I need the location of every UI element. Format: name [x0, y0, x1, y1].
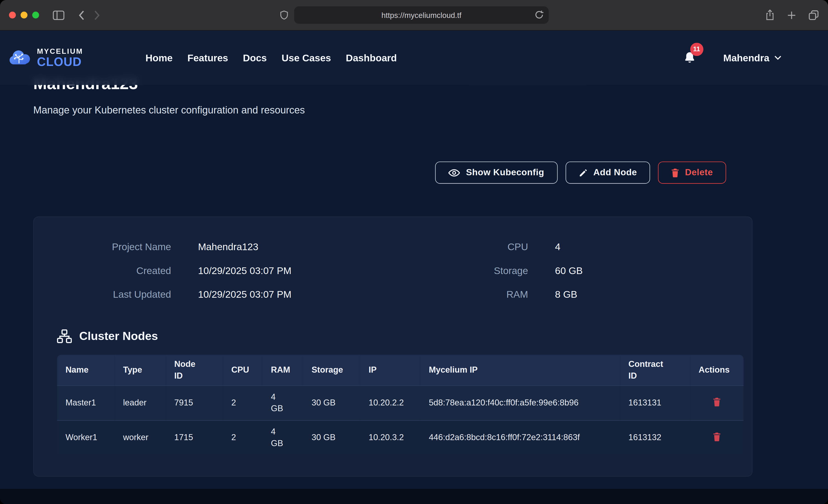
address-bar[interactable]: https://myceliumcloud.tf — [294, 6, 549, 24]
ram-label: RAM — [393, 289, 528, 300]
zoom-window-button[interactable] — [32, 12, 39, 18]
nav-item-use-cases[interactable]: Use Cases — [282, 52, 331, 64]
detail-row-ram: RAM 8 GB — [393, 282, 729, 306]
logo-line2: CLOUD — [37, 56, 83, 68]
sidebar-toggle-icon[interactable] — [53, 10, 65, 20]
trash-icon — [671, 168, 679, 177]
tab-overview-icon[interactable] — [808, 9, 820, 21]
reload-icon[interactable] — [534, 10, 544, 19]
cell-contract-id: 1613131 — [620, 386, 690, 420]
col-ram: RAM — [262, 355, 303, 385]
url-text[interactable]: https://myceliumcloud.tf — [381, 11, 461, 19]
delete-node-button[interactable] — [713, 397, 721, 406]
show-kubeconfig-label: Show Kubeconfig — [466, 167, 544, 178]
page-subtitle: Manage your Kubernetes cluster configura… — [33, 103, 795, 117]
details-left-column: Project Name Mahendra123 Created 10/29/2… — [57, 235, 393, 306]
storage-label: Storage — [393, 265, 528, 276]
cell-mycelium-ip: 5d8:78ea:a120:f40c:ff0f:a5fe:99e6:8b96 — [420, 386, 620, 420]
share-icon[interactable] — [764, 9, 775, 21]
cluster-actions: Show Kubeconfig Add Node Delete — [33, 162, 753, 184]
notifications-button[interactable]: 11 — [683, 51, 696, 65]
cell-cpu: 2 — [223, 386, 262, 420]
cluster-nodes-table-wrap: Name Type Node ID CPU RAM Storage IP Myc… — [57, 355, 729, 455]
shield-icon — [280, 10, 289, 20]
delete-label: Delete — [685, 167, 713, 178]
cell-contract-id: 1613132 — [620, 420, 690, 455]
chevron-down-icon — [774, 55, 782, 60]
top-navbar: MYCELIUM CLOUD Home Features Docs Use Ca… — [0, 31, 828, 85]
detail-row-cpu: CPU 4 — [393, 235, 729, 259]
detail-row-project-name: Project Name Mahendra123 — [57, 235, 393, 259]
new-tab-icon[interactable] — [787, 10, 796, 20]
cell-node-id: 7915 — [166, 386, 223, 420]
browser-window: https://myceliumcloud.tf — [0, 0, 828, 504]
show-kubeconfig-button[interactable]: Show Kubeconfig — [436, 162, 557, 184]
created-label: Created — [57, 265, 171, 276]
add-node-button[interactable]: Add Node — [565, 162, 650, 184]
nav-right: 11 Mahendra — [683, 51, 782, 65]
created-value: 10/29/2025 03:07 PM — [198, 265, 292, 276]
table-row: Worker1 worker 1715 2 4 GB 30 GB 10.20.3… — [57, 420, 743, 455]
col-node-id: Node ID — [166, 355, 223, 385]
detail-row-created: Created 10/29/2025 03:07 PM — [57, 259, 393, 282]
delete-cluster-button[interactable]: Delete — [658, 162, 726, 184]
nav-item-features[interactable]: Features — [187, 52, 228, 64]
cell-node-id: 1715 — [166, 420, 223, 455]
cluster-nodes-title: Cluster Nodes — [79, 329, 158, 343]
logo-text: MYCELIUM CLOUD — [37, 48, 83, 68]
cell-name: Worker1 — [57, 420, 115, 455]
main-content: Mahendra123 Manage your Kubernetes clust… — [0, 31, 828, 476]
cell-actions — [690, 420, 743, 455]
nav-links: Home Features Docs Use Cases Dashboard — [146, 52, 397, 64]
eye-icon — [449, 169, 460, 176]
storage-value: 60 GB — [555, 265, 583, 276]
forward-icon[interactable] — [94, 10, 100, 20]
cluster-nodes-icon — [57, 329, 72, 343]
notification-badge: 11 — [690, 42, 703, 55]
delete-node-button[interactable] — [713, 432, 721, 441]
toolbar-right-tools — [764, 0, 820, 30]
col-contract-id: Contract ID — [620, 355, 690, 385]
detail-row-last-updated: Last Updated 10/29/2025 03:07 PM — [57, 282, 393, 306]
minimize-window-button[interactable] — [21, 12, 28, 18]
trash-icon — [713, 432, 721, 441]
table-header-row: Name Type Node ID CPU RAM Storage IP Myc… — [57, 355, 743, 385]
user-menu[interactable]: Mahendra — [723, 52, 782, 64]
col-name: Name — [57, 355, 115, 385]
project-name-value: Mahendra123 — [198, 241, 258, 253]
col-storage: Storage — [303, 355, 360, 385]
cell-actions — [690, 386, 743, 420]
logo-line1: MYCELIUM — [37, 48, 83, 55]
col-actions: Actions — [690, 355, 743, 385]
ram-value: 8 GB — [555, 289, 577, 300]
cell-mycelium-ip: 446:d2a6:8bcd:8c16:ff0f:72e2:3114:863f — [420, 420, 620, 455]
last-updated-value: 10/29/2025 03:07 PM — [198, 289, 292, 300]
detail-row-storage: Storage 60 GB — [393, 259, 729, 282]
cell-type: worker — [115, 420, 166, 455]
pencil-icon — [578, 168, 587, 177]
col-mycelium-ip: Mycelium IP — [420, 355, 620, 385]
close-window-button[interactable] — [9, 12, 16, 18]
nav-item-docs[interactable]: Docs — [243, 52, 267, 64]
col-type: Type — [115, 355, 166, 385]
cell-ram: 4 GB — [262, 386, 303, 420]
last-updated-label: Last Updated — [57, 289, 171, 300]
project-name-label: Project Name — [57, 241, 171, 253]
back-icon[interactable] — [78, 10, 85, 20]
user-name: Mahendra — [723, 52, 770, 64]
col-ip: IP — [360, 355, 420, 385]
cpu-label: CPU — [393, 241, 528, 253]
cell-type: leader — [115, 386, 166, 420]
nav-item-home[interactable]: Home — [146, 52, 173, 64]
logo[interactable]: MYCELIUM CLOUD — [6, 47, 83, 69]
cluster-details-card: Project Name Mahendra123 Created 10/29/2… — [33, 216, 753, 476]
cluster-details: Project Name Mahendra123 Created 10/29/2… — [57, 235, 729, 306]
table-row: Master1 leader 7915 2 4 GB 30 GB 10.20.2… — [57, 386, 743, 420]
nav-item-dashboard[interactable]: Dashboard — [346, 52, 397, 64]
cell-name: Master1 — [57, 386, 115, 420]
cell-cpu: 2 — [223, 420, 262, 455]
cluster-nodes-table: Name Type Node ID CPU RAM Storage IP Myc… — [57, 355, 743, 455]
details-right-column: CPU 4 Storage 60 GB RAM 8 GB — [393, 235, 729, 306]
cpu-value: 4 — [555, 241, 561, 253]
cell-storage: 30 GB — [303, 420, 360, 455]
